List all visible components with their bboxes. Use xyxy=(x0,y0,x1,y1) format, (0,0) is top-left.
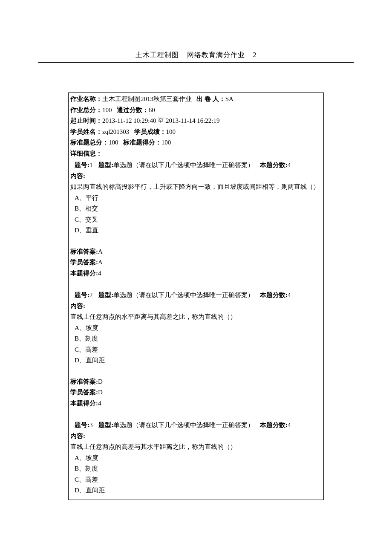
stu-answer: D xyxy=(98,389,103,396)
std-answer-label: 标准答案: xyxy=(70,248,98,255)
header-title-part2: 网络教育满分作业 xyxy=(187,51,245,58)
meta-block: 作业名称：土木工程制图2013秋第三套作业 出 卷 人：SA 作业总分：100 … xyxy=(70,94,322,159)
option-d: D、直间距 xyxy=(75,485,322,496)
qnum: 3 xyxy=(89,422,93,428)
std-score-label: 标准题得分： xyxy=(123,139,161,146)
pass-label: 通过分数： xyxy=(117,107,149,113)
question-body: 内容: 直线上任意两点的水平距离与其高差之比，称为直线的（） A、坡度 B、刻度… xyxy=(70,301,322,366)
option-d: D、直间距 xyxy=(75,355,322,366)
meta-hw-name-row: 作业名称：土木工程制图2013秋第三套作业 出 卷 人：SA xyxy=(70,94,322,105)
total-label: 作业总分： xyxy=(70,107,102,113)
qtype-text: 单选题（请在以下几个选项中选择唯一正确答案） xyxy=(113,162,254,168)
question-options: A、坡度 B、刻度 C、高差 D、直间距 xyxy=(70,453,322,496)
option-b: B、刻度 xyxy=(75,463,322,474)
option-b: B、相交 xyxy=(75,203,322,214)
got-score-label: 本题得分: xyxy=(70,270,98,277)
question-body: 内容: 直线上任意两点的高差与其水平距离之比，称为直线的（） A、坡度 B、刻度… xyxy=(70,431,322,496)
time-range: 2013-11-12 10:29:40 至 2013-11-14 16:22:1… xyxy=(102,117,220,124)
option-b: B、刻度 xyxy=(75,333,322,344)
question-block: 题号:1 题型:单选题（请在以下几个选项中选择唯一正确答案） 本题分数:4 内容… xyxy=(70,160,322,289)
detail-label: 详细信息： xyxy=(70,148,322,159)
meta-standard-row: 标准题总分：100 标准题得分：100 xyxy=(70,137,322,148)
meta-student-row: 学员姓名：zql201303 学员成绩：100 xyxy=(70,127,322,138)
header-title-part1: 土木工程制图 xyxy=(135,51,179,58)
stu-answer-label: 学员答案: xyxy=(70,389,98,396)
qtype-label: 题型: xyxy=(98,162,113,168)
qscore: 4 xyxy=(288,162,291,168)
question-block: 题号:2 题型:单选题（请在以下几个选项中选择唯一正确答案） 本题分数:4 内容… xyxy=(70,290,322,419)
question-stem: 直线上任意两点的高差与其水平距离之比，称为直线的（） xyxy=(70,442,322,453)
qtype-text: 单选题（请在以下几个选项中选择唯一正确答案） xyxy=(113,422,254,428)
std-total-label: 标准题总分： xyxy=(70,139,109,146)
option-a: A、坡度 xyxy=(75,453,322,464)
qtype-text: 单选题（请在以下几个选项中选择唯一正确答案） xyxy=(113,292,254,298)
qscore-label: 本题分数: xyxy=(260,162,288,168)
header-divider xyxy=(38,62,354,63)
qtype-label: 题型: xyxy=(98,292,113,298)
question-head: 题号:1 题型:单选题（请在以下几个选项中选择唯一正确答案） 本题分数:4 xyxy=(70,160,322,171)
meta-time-row: 起止时间：2013-11-12 10:29:40 至 2013-11-14 16… xyxy=(70,116,322,127)
std-answer-row: 标准答案:D xyxy=(70,376,322,387)
qnum: 2 xyxy=(89,292,93,298)
std-score: 100 xyxy=(161,139,171,146)
spacer xyxy=(70,279,322,289)
time-label: 起止时间： xyxy=(70,117,102,124)
got-score: 4 xyxy=(98,400,101,407)
std-answer: A xyxy=(98,248,103,255)
got-score-row: 本题得分:4 xyxy=(70,398,322,409)
qscore-label: 本题分数: xyxy=(260,422,288,428)
qnum-label: 题号: xyxy=(75,292,89,298)
stu-answer-row: 学员答案:D xyxy=(70,387,322,398)
std-answer-label: 标准答案: xyxy=(70,378,98,385)
student-name-label: 学员姓名： xyxy=(70,128,102,135)
stu-answer-label: 学员答案: xyxy=(70,259,98,266)
qtype-label: 题型: xyxy=(98,422,113,428)
question-stem: 如果两直线的标高投影平行，上升或下降方向一致，而且坡度或间距相等，则两直线（） xyxy=(70,182,322,193)
option-d: D、垂直 xyxy=(75,225,322,236)
pass: 60 xyxy=(149,107,155,113)
qnum-label: 题号: xyxy=(75,422,89,428)
std-answer: D xyxy=(98,378,103,385)
stu-answer-row: 学员答案:A xyxy=(70,257,322,268)
question-body: 内容: 如果两直线的标高投影平行，上升或下降方向一致，而且坡度或间距相等，则两直… xyxy=(70,171,322,236)
qscore-label: 本题分数: xyxy=(260,292,288,298)
spacer xyxy=(70,409,322,419)
question-stem: 直线上任意两点的水平距离与其高差之比，称为直线的（） xyxy=(70,312,322,323)
student-score: 100 xyxy=(166,128,176,135)
content-label: 内容: xyxy=(70,431,322,442)
std-total: 100 xyxy=(109,139,118,146)
question-head: 题号:3 题型:单选题（请在以下几个选项中选择唯一正确答案） 本题分数:4 xyxy=(70,420,322,431)
hw-name: 土木工程制图2013秋第三套作业 xyxy=(102,95,192,102)
header-page-number: 2 xyxy=(253,51,257,58)
answers-block: 标准答案:D 学员答案:D 本题得分:4 xyxy=(70,376,322,409)
hw-name-label: 作业名称： xyxy=(70,95,102,102)
issuer: SA xyxy=(225,95,233,102)
student-name: zql201303 xyxy=(102,128,129,135)
content-box: 作业名称：土木工程制图2013秋第三套作业 出 卷 人：SA 作业总分：100 … xyxy=(68,92,324,500)
option-a: A、平行 xyxy=(75,193,322,204)
page: 土木工程制图 网络教育满分作业 2 作业名称：土木工程制图2013秋第三套作业 … xyxy=(0,0,392,555)
question-head: 题号:2 题型:单选题（请在以下几个选项中选择唯一正确答案） 本题分数:4 xyxy=(70,290,322,301)
total: 100 xyxy=(102,107,112,113)
std-answer-row: 标准答案:A xyxy=(70,246,322,257)
issuer-label: 出 卷 人： xyxy=(196,95,225,102)
spacer xyxy=(70,236,322,246)
page-header: 土木工程制图 网络教育满分作业 2 xyxy=(38,49,354,61)
option-c: C、交叉 xyxy=(75,214,322,225)
option-c: C、高差 xyxy=(75,474,322,486)
question-options: A、平行 B、相交 C、交叉 D、垂直 xyxy=(70,193,322,236)
answers-block: 标准答案:A 学员答案:A 本题得分:4 xyxy=(70,246,322,279)
got-score-row: 本题得分:4 xyxy=(70,268,322,279)
option-c: C、高差 xyxy=(75,344,322,356)
got-score-label: 本题得分: xyxy=(70,400,98,407)
question-options: A、坡度 B、刻度 C、高差 D、直间距 xyxy=(70,323,322,366)
qscore: 4 xyxy=(288,292,291,298)
qnum: 1 xyxy=(89,162,93,168)
qnum-label: 题号: xyxy=(75,162,89,168)
question-block: 题号:3 题型:单选题（请在以下几个选项中选择唯一正确答案） 本题分数:4 内容… xyxy=(70,420,322,496)
stu-answer: A xyxy=(98,259,103,266)
qscore: 4 xyxy=(288,422,291,428)
content-label: 内容: xyxy=(70,171,322,182)
meta-total-row: 作业总分：100 通过分数：60 xyxy=(70,105,322,116)
spacer xyxy=(70,366,322,376)
